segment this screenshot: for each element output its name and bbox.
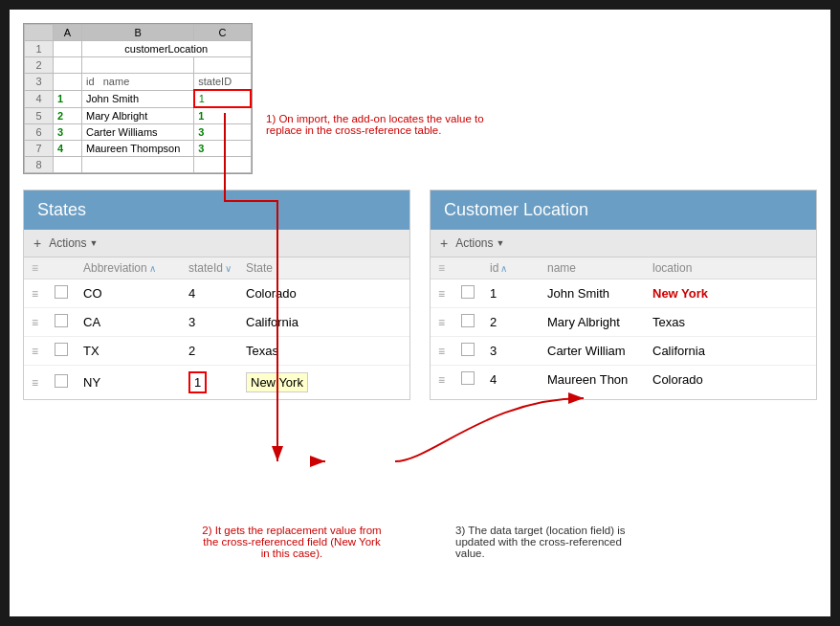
row-handle[interactable]: ≡ <box>32 316 55 329</box>
location-table-header: Customer Location <box>431 190 816 230</box>
stateid-cell: 4 <box>188 286 246 301</box>
row-checkbox[interactable] <box>461 343 475 356</box>
location-cell: California <box>652 344 739 358</box>
table-row: ≡ 2 Mary Albright Texas <box>431 308 816 337</box>
annotation-3: 3) The data target (location field) is u… <box>455 525 647 559</box>
state-cell: Texas <box>246 344 322 358</box>
stateid-cell: 2 <box>188 344 246 358</box>
abbreviation-cell: NY <box>83 375 188 390</box>
row-checkbox[interactable] <box>55 343 68 356</box>
location-name-col: name <box>547 261 652 275</box>
stateid-sort-icon[interactable]: ∨ <box>225 263 232 274</box>
states-table-header: States <box>24 190 409 230</box>
spreadsheet: A B C 1 customerLocation 2 3 id name <box>23 23 253 174</box>
row-checkbox[interactable] <box>461 371 475 385</box>
states-state-col: State <box>246 261 322 275</box>
table-row: ≡ 4 Maureen Thon Colorado <box>431 366 816 393</box>
location-toolbar: + Actions ▼ <box>431 230 816 257</box>
row-handle[interactable]: ≡ <box>32 287 55 301</box>
states-body: ≡ CO 4 Colorado ≡ CA 3 California ≡ <box>24 279 409 399</box>
table-row: ≡ 3 Carter William California <box>431 337 816 366</box>
row-handle[interactable]: ≡ <box>438 316 461 329</box>
table-row: ≡ TX 2 Texas <box>24 337 409 366</box>
table-row: ≡ NY 1 New York <box>24 366 409 399</box>
states-stateid-col: stateId ∨ <box>188 261 246 275</box>
row-checkbox[interactable] <box>55 314 68 327</box>
states-toolbar: + Actions ▼ <box>24 230 409 257</box>
states-table: States + Actions ▼ ≡ Abbreviation ∧ stat… <box>23 190 410 400</box>
name-cell: Maureen Thon <box>547 372 652 387</box>
location-hamburger-col: ≡ <box>438 261 461 275</box>
state-cell-ny: New York <box>246 375 322 390</box>
states-actions-button[interactable]: Actions ▼ <box>49 236 98 250</box>
location-col-headers: ≡ id ∧ name location <box>431 257 816 279</box>
location-cell: Colorado <box>652 372 739 387</box>
row-checkbox[interactable] <box>461 285 475 299</box>
table-row: ≡ CA 3 California <box>24 308 409 337</box>
location-table: Customer Location + Actions ▼ ≡ id ∧ nam… <box>430 190 817 400</box>
id-cell: 3 <box>490 344 547 358</box>
annotation-1: 1) On import, the add-on locates the val… <box>266 113 496 136</box>
abbreviation-cell: TX <box>83 344 188 358</box>
name-cell: Mary Albright <box>547 315 652 329</box>
sheet-title: customerLocation <box>82 41 252 57</box>
location-body: ≡ 1 John Smith New York ≡ 2 Mary Albrigh… <box>431 279 816 393</box>
id-cell: 1 <box>490 286 547 301</box>
states-col-headers: ≡ Abbreviation ∧ stateId ∨ State <box>24 257 409 279</box>
abbreviation-sort-icon[interactable]: ∧ <box>149 263 156 274</box>
state-cell: California <box>246 315 322 329</box>
tables-row: States + Actions ▼ ≡ Abbreviation ∧ stat… <box>23 190 817 400</box>
states-abbreviation-col: Abbreviation ∧ <box>83 261 188 275</box>
states-add-button[interactable]: + <box>33 235 41 251</box>
location-loc-col: location <box>652 261 739 275</box>
row-handle[interactable]: ≡ <box>32 376 55 390</box>
table-row: ≡ CO 4 Colorado <box>24 279 409 308</box>
row-checkbox[interactable] <box>55 285 68 299</box>
row-handle[interactable]: ≡ <box>32 345 55 358</box>
state-cell: Colorado <box>246 286 322 301</box>
row-handle[interactable]: ≡ <box>438 345 461 358</box>
states-hamburger-col: ≡ <box>32 261 55 275</box>
row-handle[interactable]: ≡ <box>438 287 461 301</box>
name-cell: Carter William <box>547 344 652 358</box>
location-add-button[interactable]: + <box>440 235 448 251</box>
row-checkbox[interactable] <box>55 374 68 388</box>
row-checkbox[interactable] <box>461 314 475 327</box>
id-cell: 2 <box>490 315 547 329</box>
location-actions-button[interactable]: Actions ▼ <box>455 236 504 250</box>
stateid-cell-highlighted: 1 <box>188 371 246 393</box>
location-id-col: id ∧ <box>490 261 547 275</box>
id-cell: 4 <box>490 372 547 387</box>
annotation-2: 2) It gets the replacement value from th… <box>201 525 383 559</box>
abbreviation-cell: CO <box>83 286 188 301</box>
table-row: ≡ 1 John Smith New York <box>431 279 816 308</box>
abbreviation-cell: CA <box>83 315 188 329</box>
name-cell: John Smith <box>547 286 652 301</box>
location-cell-newyork: New York <box>652 286 739 301</box>
id-sort-icon[interactable]: ∧ <box>500 263 507 274</box>
main-container: A B C 1 customerLocation 2 3 id name <box>10 10 830 616</box>
row-handle[interactable]: ≡ <box>438 373 461 387</box>
stateid-cell: 3 <box>188 315 246 329</box>
location-cell: Texas <box>652 315 739 329</box>
